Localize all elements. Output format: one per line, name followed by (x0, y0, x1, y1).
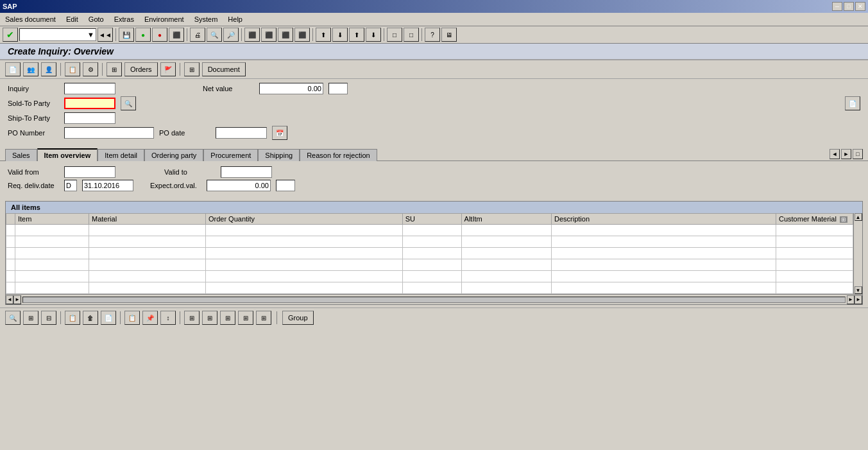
download-button[interactable]: ⬇ (332, 28, 348, 42)
cell-su[interactable] (402, 248, 461, 259)
cell-material[interactable] (89, 236, 205, 248)
stop-button[interactable]: ⬛ (169, 28, 184, 42)
monitor-button[interactable]: 🖥 (441, 28, 457, 42)
tab-reason-rejection[interactable]: Reason for rejection (300, 149, 377, 161)
cell-item[interactable] (15, 225, 89, 236)
cell-alt-itm[interactable] (461, 259, 551, 271)
row-selector[interactable] (6, 271, 15, 282)
func3-button[interactable]: ⊞ (220, 311, 235, 325)
valid-from-input[interactable] (64, 166, 115, 178)
upload2-button[interactable]: ⬆ (349, 28, 364, 42)
sold-to-party-search-button[interactable]: 🔍 (121, 96, 136, 110)
command-dropdown[interactable]: ▼ (19, 28, 96, 41)
cell-description[interactable] (552, 271, 776, 282)
page-icon-button[interactable]: 📄 (5, 62, 21, 76)
func2-button[interactable]: ⊞ (202, 311, 217, 325)
sold-to-party-input[interactable] (64, 98, 115, 109)
row-selector[interactable] (6, 225, 15, 236)
red-circle-button[interactable]: ● (152, 28, 167, 42)
tab-item-overview[interactable]: Item overview (37, 148, 98, 161)
cell-item[interactable] (15, 259, 89, 271)
menu-edit[interactable]: Edit (64, 14, 81, 24)
tab-procurement[interactable]: Procurement (203, 149, 258, 161)
tab-shipping[interactable]: Shipping (258, 149, 300, 161)
scroll-right-btn[interactable]: ► (847, 295, 855, 304)
row-selector[interactable] (6, 259, 15, 271)
cell-order-qty[interactable] (205, 236, 402, 248)
row-selector[interactable] (6, 236, 15, 248)
scroll-down-button[interactable]: ▼ (855, 286, 862, 294)
menu-sales-document[interactable]: Sales document (3, 14, 58, 24)
delete-row-button[interactable]: 🗑 (83, 311, 98, 325)
nav4-button[interactable]: ⬛ (294, 28, 310, 42)
expect-ord-unit-input[interactable] (276, 180, 295, 191)
cell-item[interactable] (15, 236, 89, 248)
menu-system[interactable]: System (192, 14, 221, 24)
scroll-up-button[interactable]: ▲ (855, 213, 862, 221)
func1-button[interactable]: ⊞ (184, 311, 200, 325)
cell-su[interactable] (402, 225, 461, 236)
valid-to-input[interactable] (221, 166, 272, 178)
cell-su[interactable] (402, 259, 461, 271)
find-next-button[interactable]: 🔎 (223, 28, 239, 42)
row-selector[interactable] (6, 248, 15, 259)
po-date-input[interactable] (216, 127, 267, 139)
row-selector[interactable] (6, 282, 15, 294)
vertical-scrollbar[interactable]: ▲ ▼ (853, 213, 862, 294)
cell-customer-material[interactable] (776, 225, 853, 236)
req-deliv-date-input[interactable] (82, 180, 133, 191)
scroll-right-marker[interactable]: ► (13, 295, 21, 304)
expect-ord-input[interactable] (207, 180, 271, 191)
nav1-button[interactable]: ⬛ (244, 28, 260, 42)
net-value-unit-input[interactable] (328, 83, 348, 94)
select-all-button[interactable]: ⊞ (23, 311, 38, 325)
cell-alt-itm[interactable] (461, 248, 551, 259)
orders-button[interactable]: Orders (124, 62, 158, 76)
help-button[interactable]: ? (425, 28, 440, 42)
cell-order-qty[interactable] (205, 282, 402, 294)
cell-alt-itm[interactable] (461, 236, 551, 248)
find-button[interactable]: 🔍 (207, 28, 222, 42)
maximize-button[interactable]: □ (844, 2, 854, 11)
nav-back-button[interactable]: ◄◄ (98, 28, 113, 42)
box1-button[interactable]: □ (387, 28, 402, 42)
nav3-button[interactable]: ⬛ (278, 28, 293, 42)
flag-button[interactable]: 🚩 (160, 62, 176, 76)
cell-su[interactable] (402, 236, 461, 248)
tab-ordering-party[interactable]: Ordering party (144, 149, 203, 161)
zoom-in-button[interactable]: 🔍 (5, 311, 21, 325)
cell-order-qty[interactable] (205, 271, 402, 282)
save-button[interactable]: 💾 (119, 28, 134, 42)
green-check-button[interactable]: ✔ (3, 28, 18, 42)
tab-sales[interactable]: Sales (5, 149, 37, 161)
group-button[interactable]: Group (282, 311, 314, 325)
config-icon-button[interactable]: ⚙ (83, 62, 98, 76)
doc-grid-button[interactable]: ⊞ (184, 62, 200, 76)
po-number-input[interactable] (64, 127, 154, 139)
person-icon-button[interactable]: 👤 (41, 62, 56, 76)
cell-customer-material[interactable] (776, 271, 853, 282)
minimize-button[interactable]: ─ (832, 2, 842, 11)
nav2-button[interactable]: ⬛ (261, 28, 277, 42)
cell-customer-material[interactable] (776, 282, 853, 294)
cell-description[interactable] (552, 248, 776, 259)
upload-button[interactable]: ⬆ (316, 28, 331, 42)
cell-description[interactable] (552, 236, 776, 248)
menu-goto[interactable]: Goto (86, 14, 106, 24)
ship-to-party-input[interactable] (64, 112, 115, 124)
cell-alt-itm[interactable] (461, 271, 551, 282)
cell-description[interactable] (552, 259, 776, 271)
cell-material[interactable] (89, 282, 205, 294)
paste-row-button[interactable]: 📌 (142, 311, 158, 325)
deselect-button[interactable]: ⊟ (41, 311, 56, 325)
menu-help[interactable]: Help (225, 14, 245, 24)
tab-nav-right[interactable]: ► (841, 149, 851, 159)
cell-customer-material[interactable] (776, 236, 853, 248)
scroll-left-button[interactable]: ◄ (6, 295, 13, 304)
menu-extras[interactable]: Extras (112, 14, 137, 24)
cell-order-qty[interactable] (205, 225, 402, 236)
cell-description[interactable] (552, 282, 776, 294)
cell-order-qty[interactable] (205, 259, 402, 271)
group-icon-button[interactable]: 👥 (23, 62, 38, 76)
detail-button[interactable]: 📄 (101, 311, 116, 325)
